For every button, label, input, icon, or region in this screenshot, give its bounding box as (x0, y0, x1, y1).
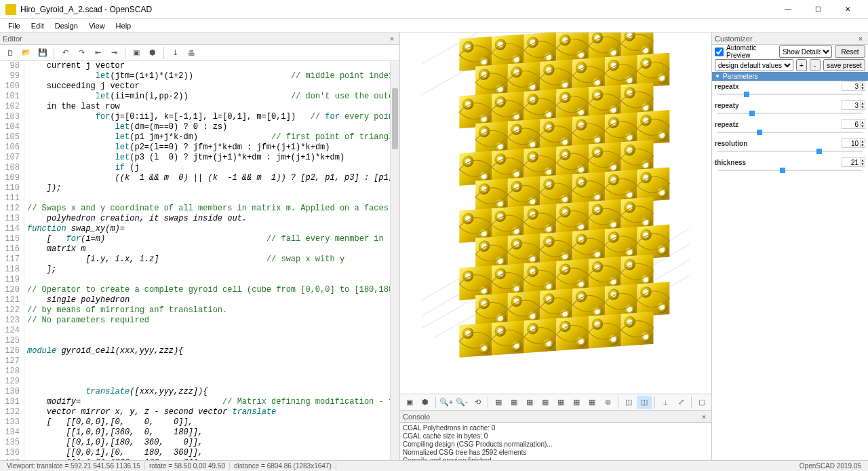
reset-view-icon[interactable]: ⟲ (470, 396, 485, 409)
svg-line-2 (422, 278, 459, 300)
preview-icon[interactable]: ▣ (129, 46, 144, 60)
viewer-toolbar: ▣ ⬢ 🔍+ 🔍- ⟲ ▦ ▦ ▦ ▦ ▦ ▦ ▦ ⊕ ◫ ◫ ⟂ ⤢ ▢ (400, 394, 711, 410)
svg-line-3 (422, 294, 459, 316)
details-select[interactable]: Show Details (779, 45, 832, 58)
window-minimize[interactable]: — (773, 1, 803, 18)
undo-icon[interactable]: ↶ (58, 46, 73, 60)
param-repeatz-label: repeatz (715, 121, 738, 128)
param-thickness-spinner[interactable]: ▲▼ (842, 157, 865, 167)
param-repeatz-spinner[interactable]: ▲▼ (842, 119, 865, 129)
menu-design[interactable]: Design (50, 20, 83, 31)
print-icon[interactable]: 🖶 (184, 46, 199, 60)
view-diag-icon[interactable]: ▦ (585, 396, 599, 409)
preview-icon[interactable]: ▣ (402, 396, 417, 409)
menu-help[interactable]: Help (111, 20, 137, 31)
line-gutter: 9899100101102103104105106107108109110111… (0, 61, 24, 460)
param-resolution-label: resolution (715, 140, 747, 147)
console-header: Console × (400, 411, 711, 423)
new-icon[interactable]: 🗋 (3, 46, 18, 60)
console-close-icon[interactable]: × (699, 413, 709, 421)
save-preset-button[interactable]: save preset (823, 59, 865, 71)
menubar: File Edit Design View Help (0, 19, 868, 33)
view-left-icon[interactable]: ▦ (538, 396, 553, 409)
3d-viewer[interactable] (400, 33, 711, 394)
version-label: OpenSCAD 2019.05 (795, 462, 865, 470)
param-repeatx-slider[interactable] (717, 92, 863, 97)
menu-file[interactable]: File (3, 20, 26, 31)
zoom-in-icon[interactable]: 🔍+ (439, 396, 454, 409)
render-icon[interactable]: ⬢ (418, 396, 433, 409)
editor-close-icon[interactable]: × (387, 35, 397, 43)
parameters-section[interactable]: Parameters (712, 72, 868, 81)
perspective-icon[interactable]: ◫ (621, 396, 636, 409)
save-icon[interactable]: 💾 (35, 46, 50, 60)
ortho-icon[interactable]: ◫ (637, 396, 652, 409)
param-repeaty-label: repeaty (715, 102, 739, 109)
param-resolution-slider[interactable] (717, 149, 863, 154)
reset-button[interactable]: Reset (835, 45, 865, 58)
console-output: CGAL Polyhedrons in cache: 0CGAL cache s… (400, 423, 711, 460)
export-icon[interactable]: ⤓ (167, 46, 182, 60)
axes-icon[interactable]: ⟂ (658, 396, 673, 409)
view-right-icon[interactable]: ▦ (491, 396, 506, 409)
param-repeaty-spinner[interactable]: ▲▼ (842, 100, 865, 110)
customizer-header: Customizer × (712, 33, 868, 45)
unindent-icon[interactable]: ⇤ (90, 46, 105, 60)
view-bottom-icon[interactable]: ▦ (522, 396, 537, 409)
render-icon[interactable]: ⬢ (145, 46, 160, 60)
automatic-preview-label: Automatic Preview (726, 44, 776, 59)
indent-icon[interactable]: ⇥ (106, 46, 121, 60)
menu-edit[interactable]: Edit (26, 20, 50, 31)
preset-remove-button[interactable]: - (810, 59, 821, 71)
param-resolution-spinner[interactable]: ▲▼ (842, 138, 865, 148)
param-thickness-slider[interactable] (717, 168, 863, 173)
editor-scrollbar[interactable] (390, 61, 399, 460)
param-repeaty-slider[interactable] (717, 111, 863, 116)
param-thickness-label: thickness (715, 159, 746, 166)
menu-view[interactable]: View (83, 20, 111, 31)
show-edges-icon[interactable]: ▢ (694, 396, 709, 409)
svg-line-6 (652, 260, 690, 282)
scale-marker-icon[interactable]: ⤢ (673, 396, 688, 409)
view-center-icon[interactable]: ⊕ (600, 396, 615, 409)
window-close[interactable]: ✕ (833, 1, 863, 18)
view-top-icon[interactable]: ▦ (507, 396, 521, 409)
preset-add-button[interactable]: + (796, 59, 807, 71)
window-maximize[interactable]: ☐ (803, 1, 833, 18)
editor-toolbar: 🗋 📂 💾 ↶ ↷ ⇤ ⇥ ▣ ⬢ ⤓ 🖶 (0, 45, 399, 61)
open-icon[interactable]: 📂 (19, 46, 34, 60)
customizer-close-icon[interactable]: × (856, 35, 865, 43)
param-repeatx-spinner[interactable]: ▲▼ (842, 81, 865, 91)
zoom-out-icon[interactable]: 🔍- (454, 396, 469, 409)
param-repeatx-label: repeatx (715, 83, 739, 90)
code-editor[interactable]: 9899100101102103104105106107108109110111… (0, 61, 399, 460)
editor-header: Editor × (0, 33, 399, 45)
redo-icon[interactable]: ↷ (74, 46, 89, 60)
view-front-icon[interactable]: ▦ (553, 396, 568, 409)
statusbar: Viewport: translate = 592.21 541.56 1136… (0, 460, 868, 471)
preset-select[interactable]: design default values (715, 59, 793, 71)
window-title: Hiro_Gyroid_A_2.scad - OpenSCAD (20, 5, 773, 14)
titlebar: Hiro_Gyroid_A_2.scad - OpenSCAD — ☐ ✕ (0, 0, 868, 19)
app-icon (5, 4, 16, 15)
param-repeatz-slider[interactable] (717, 130, 863, 135)
view-back-icon[interactable]: ▦ (569, 396, 584, 409)
automatic-preview-checkbox[interactable] (715, 48, 724, 56)
